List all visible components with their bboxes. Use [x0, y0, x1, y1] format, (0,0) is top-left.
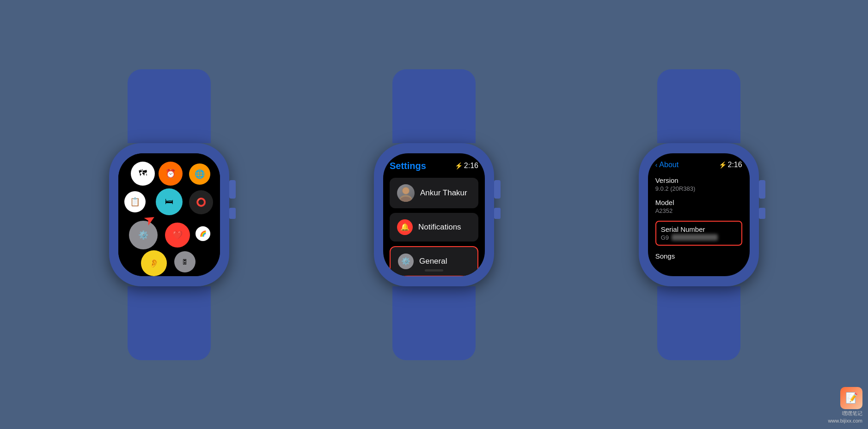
watch-3-band-bottom: [657, 286, 740, 360]
settings-title: Settings: [390, 161, 426, 171]
settings-header: Settings ⚡ 2:16: [390, 161, 478, 171]
watch-3-button: [759, 208, 765, 219]
accessibility-icon[interactable]: 👂: [141, 250, 167, 276]
settings-time-value: 2:16: [464, 162, 478, 170]
watermark-logo: 📝: [840, 387, 862, 409]
version-label: Version: [655, 176, 742, 184]
maps-icon[interactable]: 🗺: [131, 162, 155, 186]
serial-label: Serial Number: [661, 225, 737, 233]
clock-icon[interactable]: ⏰: [159, 162, 183, 186]
dial-icon[interactable]: 🎛: [174, 251, 196, 272]
bolt-icon-3: ⚡: [719, 161, 727, 169]
watch-2-body: Settings ⚡ 2:16: [374, 143, 494, 286]
general-icon: ⚙️: [398, 254, 414, 269]
globe-icon[interactable]: 🌐: [189, 163, 210, 185]
serial-prefix: G9: [661, 234, 669, 241]
watermark-url: www.bijixx.com: [828, 418, 862, 423]
notifications-label: Notifications: [418, 223, 461, 232]
songs-label: Songs: [655, 252, 742, 260]
watermark-site: 嘿嘿笔记: [842, 410, 862, 417]
scene: 🗺 ⏰ 🌐 📋 🛏 ⭕ ⚙️ ❤️ 🌈 👂: [0, 0, 868, 429]
photos-icon[interactable]: 🌈: [196, 226, 210, 241]
back-button[interactable]: ‹ About: [655, 161, 679, 169]
settings-screen: Settings ⚡ 2:16: [383, 153, 485, 276]
watch-2: Settings ⚡ 2:16: [374, 69, 494, 360]
chevron-left-icon: ‹: [655, 161, 658, 169]
svg-point-2: [403, 187, 409, 194]
user-name-label: Ankur Thakur: [420, 188, 467, 198]
model-value: A2352: [655, 207, 742, 214]
settings-general-item[interactable]: ⚙️ General: [390, 246, 478, 276]
watch-2-button: [494, 208, 501, 219]
watch-3-shell: ‹ About ⚡ 2:16 Version 9.0.2 (20R383): [639, 69, 759, 360]
notifications-icon: 🔔: [397, 219, 413, 235]
settings-notifications-item[interactable]: 🔔 Notifications: [390, 213, 478, 242]
app-grid: 🗺 ⏰ 🌐 📋 🛏 ⭕ ⚙️ ❤️ 🌈 👂: [118, 153, 220, 276]
version-row: Version 9.0.2 (20R383): [655, 176, 742, 192]
about-header: ‹ About ⚡ 2:16: [655, 161, 742, 169]
reminders-icon[interactable]: 📋: [124, 191, 146, 212]
about-time-value: 2:16: [728, 161, 742, 169]
heart-icon[interactable]: ❤️: [165, 223, 190, 248]
about-screen: ‹ About ⚡ 2:16 Version 9.0.2 (20R383): [648, 153, 750, 276]
watch-3: ‹ About ⚡ 2:16 Version 9.0.2 (20R383): [639, 69, 759, 360]
serial-value-row: G9: [661, 234, 737, 241]
watch-2-band-top: [392, 69, 476, 143]
watch-3-body: ‹ About ⚡ 2:16 Version 9.0.2 (20R383): [639, 143, 759, 286]
about-time: ⚡ 2:16: [719, 161, 742, 169]
serial-blurred-value: [672, 234, 718, 241]
watch-1-screen: 🗺 ⏰ 🌐 📋 🛏 ⭕ ⚙️ ❤️ 🌈 👂: [118, 153, 220, 276]
watch-1-crown: [229, 180, 236, 199]
songs-row: Songs: [655, 252, 742, 261]
watch-3-crown: [759, 180, 765, 199]
watch-3-screen: ‹ About ⚡ 2:16 Version 9.0.2 (20R383): [648, 153, 750, 276]
watch-1-body: 🗺 ⏰ 🌐 📋 🛏 ⭕ ⚙️ ❤️ 🌈 👂: [109, 143, 229, 286]
model-row: Model A2352: [655, 199, 742, 214]
sleep-icon[interactable]: 🛏: [156, 188, 183, 215]
watch-1-band-top: [128, 69, 211, 143]
watch-1-shell: 🗺 ⏰ 🌐 📋 🛏 ⭕ ⚙️ ❤️ 🌈 👂: [109, 69, 229, 360]
serial-number-block: Serial Number G9: [655, 221, 742, 246]
watch-2-crown: [494, 180, 501, 199]
bolt-icon-2: ⚡: [455, 162, 463, 169]
settings-time: ⚡ 2:16: [455, 162, 478, 170]
user-avatar: [397, 184, 415, 202]
about-back-label: About: [659, 161, 679, 169]
activity-icon[interactable]: ⭕: [189, 190, 213, 214]
watch-1: 🗺 ⏰ 🌐 📋 🛏 ⭕ ⚙️ ❤️ 🌈 👂: [109, 69, 229, 360]
watermark: 📝 嘿嘿笔记 www.bijixx.com: [828, 387, 862, 423]
watch-2-band-bottom: [392, 286, 476, 360]
scroll-indicator-2: [425, 269, 443, 272]
watch-3-band-top: [657, 69, 740, 143]
version-value: 9.0.2 (20R383): [655, 185, 742, 192]
watch-2-screen: Settings ⚡ 2:16: [383, 153, 485, 276]
watch-1-band-bottom: [128, 286, 211, 360]
watch-2-shell: Settings ⚡ 2:16: [374, 69, 494, 360]
model-label: Model: [655, 199, 742, 206]
settings-user-item[interactable]: Ankur Thakur: [390, 178, 478, 208]
watch-1-button: [229, 208, 236, 219]
general-label: General: [419, 257, 447, 266]
